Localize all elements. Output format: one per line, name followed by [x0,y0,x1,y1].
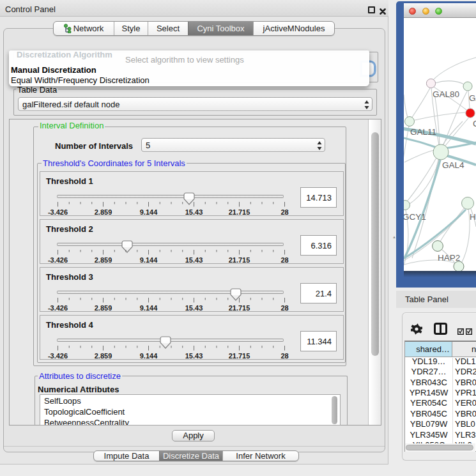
svg-text:GAL80: GAL80 [433,89,459,99]
svg-text:C: C [473,119,476,128]
svg-text:GAL4: GAL4 [442,160,464,170]
svg-text:GA: GA [469,93,476,103]
svg-text:HAP2: HAP2 [438,253,460,263]
svg-text:GCY1: GCY1 [404,212,426,222]
svg-text:GAL11: GAL11 [410,127,436,137]
svg-text:H: H [470,212,476,222]
